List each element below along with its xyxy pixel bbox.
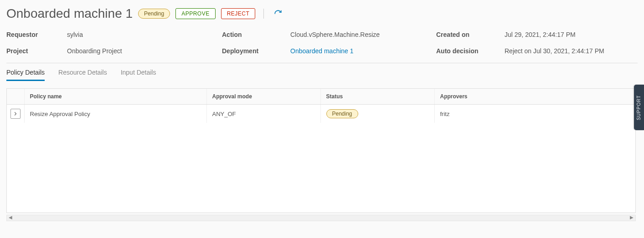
- action-value: Cloud.vSphere.Machine.Resize: [290, 31, 436, 38]
- auto-decision-label: Auto decision: [436, 47, 505, 55]
- column-approval-mode[interactable]: Approval mode: [206, 89, 320, 105]
- requestor-value: sylvia: [67, 31, 222, 38]
- column-expand: [7, 89, 24, 105]
- project-label: Project: [6, 47, 67, 55]
- cell-policy-name: Resize Approval Policy: [24, 105, 206, 123]
- support-label: SUPPORT: [637, 95, 642, 120]
- tab-input-details[interactable]: Input Details: [121, 67, 156, 81]
- deployment-link[interactable]: Onboarded machine 1: [290, 47, 436, 55]
- table-row[interactable]: Resize Approval Policy ANY_OF Pending fr…: [7, 105, 635, 123]
- expand-row-button[interactable]: [10, 109, 21, 119]
- refresh-icon: [274, 10, 282, 18]
- cell-approval-mode: ANY_OF: [206, 105, 320, 123]
- tab-policy-details[interactable]: Policy Details: [6, 67, 45, 81]
- page-title: Onboarded machine 1: [6, 6, 133, 21]
- cell-approvers: fritz: [434, 105, 635, 123]
- horizontal-scrollbar[interactable]: [6, 215, 636, 221]
- refresh-button[interactable]: [272, 8, 284, 20]
- tab-resource-details[interactable]: Resource Details: [58, 67, 107, 81]
- policy-table: Policy name Approval mode Status Approve…: [6, 88, 636, 213]
- auto-decision-value: Reject on Jul 30, 2021, 2:44:17 PM: [505, 47, 638, 55]
- status-badge: Pending: [138, 9, 170, 19]
- deployment-label: Deployment: [222, 47, 290, 55]
- cell-status: Pending: [320, 105, 434, 123]
- divider: [6, 63, 638, 63]
- status-badge: Pending: [326, 109, 358, 118]
- tabs: Policy Details Resource Details Input De…: [6, 67, 638, 81]
- project-value: Onboarding Project: [67, 47, 222, 55]
- chevron-right-icon: [13, 111, 18, 116]
- created-label: Created on: [436, 31, 505, 38]
- column-policy-name[interactable]: Policy name: [24, 89, 206, 105]
- column-approvers[interactable]: Approvers: [434, 89, 635, 105]
- created-value: Jul 29, 2021, 2:44:17 PM: [505, 31, 638, 38]
- column-status[interactable]: Status: [320, 89, 434, 105]
- reject-button[interactable]: REJECT: [221, 8, 256, 19]
- divider: [263, 9, 264, 19]
- requestor-label: Requestor: [6, 31, 67, 38]
- action-label: Action: [222, 31, 290, 38]
- support-tab[interactable]: SUPPORT: [634, 85, 644, 130]
- approve-button[interactable]: APPROVE: [175, 8, 216, 19]
